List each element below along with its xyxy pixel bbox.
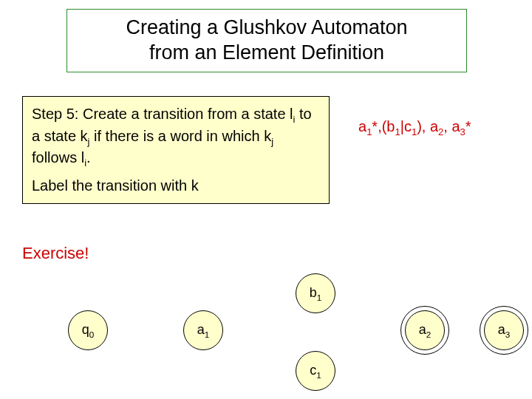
step-paragraph-2: Label the transition with k [32, 176, 320, 196]
regex-expression: a1*,(b1|c1), a2, a3* [358, 118, 471, 137]
state-a2-final: a2 [405, 310, 445, 350]
state-q0: q0 [68, 310, 108, 350]
exercise-label: Exercise! [22, 244, 89, 263]
title-box: Creating a Glushkov Automaton from an El… [66, 9, 467, 72]
state-c1: c1 [296, 351, 335, 391]
state-a3-final: a3 [484, 310, 524, 350]
state-a1: a1 [183, 310, 223, 350]
title-line-1: Creating a Glushkov Automaton [67, 16, 466, 41]
step-paragraph-1: Step 5: Create a transition from a state… [32, 104, 320, 170]
title-line-2: from an Element Definition [67, 41, 466, 66]
step-description-box: Step 5: Create a transition from a state… [22, 96, 330, 204]
state-b1: b1 [296, 273, 335, 313]
